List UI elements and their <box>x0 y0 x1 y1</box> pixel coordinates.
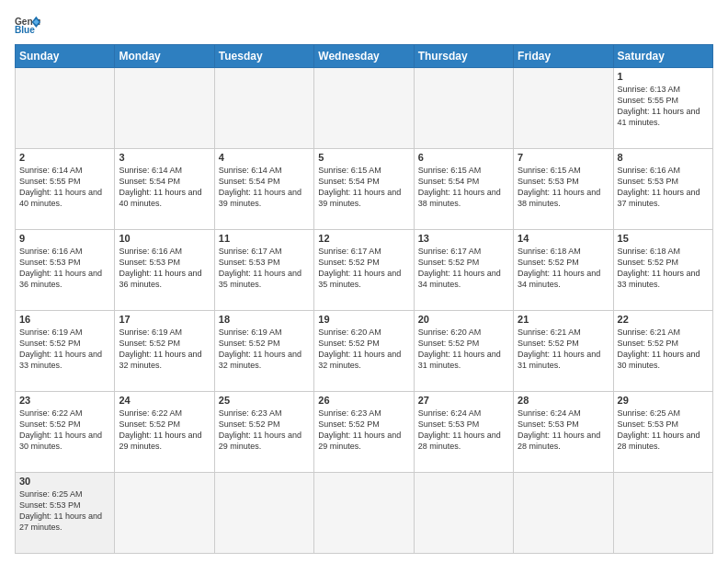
day-number: 27 <box>418 395 509 406</box>
calendar-cell: 27Sunrise: 6:24 AM Sunset: 5:53 PM Dayli… <box>414 392 513 473</box>
header: General Blue <box>15 15 713 35</box>
day-number: 14 <box>518 233 609 244</box>
day-number: 24 <box>119 395 210 406</box>
day-number: 4 <box>219 152 310 163</box>
weekday-header-tuesday: Tuesday <box>214 45 313 68</box>
day-info: Sunrise: 6:21 AM Sunset: 5:52 PM Dayligh… <box>518 327 609 372</box>
day-number: 17 <box>119 314 210 325</box>
day-number: 9 <box>19 233 110 244</box>
calendar-cell: 7Sunrise: 6:15 AM Sunset: 5:53 PM Daylig… <box>514 149 613 230</box>
weekday-header-thursday: Thursday <box>414 45 513 68</box>
calendar-cell: 30Sunrise: 6:25 AM Sunset: 5:53 PM Dayli… <box>16 473 115 554</box>
day-info: Sunrise: 6:13 AM Sunset: 5:55 PM Dayligh… <box>618 84 709 129</box>
day-number: 3 <box>119 152 210 163</box>
day-info: Sunrise: 6:17 AM Sunset: 5:52 PM Dayligh… <box>318 246 409 291</box>
calendar-cell: 5Sunrise: 6:15 AM Sunset: 5:54 PM Daylig… <box>314 149 414 230</box>
calendar-cell: 11Sunrise: 6:17 AM Sunset: 5:53 PM Dayli… <box>214 230 313 311</box>
day-info: Sunrise: 6:15 AM Sunset: 5:53 PM Dayligh… <box>518 165 609 210</box>
calendar-cell: 15Sunrise: 6:18 AM Sunset: 5:52 PM Dayli… <box>613 230 712 311</box>
calendar-cell: 12Sunrise: 6:17 AM Sunset: 5:52 PM Dayli… <box>314 230 414 311</box>
calendar-cell <box>514 68 613 149</box>
day-info: Sunrise: 6:20 AM Sunset: 5:52 PM Dayligh… <box>318 327 409 372</box>
calendar-cell: 20Sunrise: 6:20 AM Sunset: 5:52 PM Dayli… <box>414 311 513 392</box>
day-info: Sunrise: 6:15 AM Sunset: 5:54 PM Dayligh… <box>418 165 509 210</box>
day-info: Sunrise: 6:23 AM Sunset: 5:52 PM Dayligh… <box>318 408 409 453</box>
calendar-cell <box>314 473 414 554</box>
calendar-cell <box>414 68 513 149</box>
day-info: Sunrise: 6:16 AM Sunset: 5:53 PM Dayligh… <box>19 246 110 291</box>
calendar-cell: 4Sunrise: 6:14 AM Sunset: 5:54 PM Daylig… <box>214 149 313 230</box>
day-number: 26 <box>318 395 409 406</box>
day-info: Sunrise: 6:20 AM Sunset: 5:52 PM Dayligh… <box>418 327 509 372</box>
day-info: Sunrise: 6:24 AM Sunset: 5:53 PM Dayligh… <box>418 408 509 453</box>
day-number: 29 <box>618 395 709 406</box>
day-number: 21 <box>518 314 609 325</box>
calendar-cell: 28Sunrise: 6:24 AM Sunset: 5:53 PM Dayli… <box>514 392 613 473</box>
calendar-cell: 6Sunrise: 6:15 AM Sunset: 5:54 PM Daylig… <box>414 149 513 230</box>
calendar-cell: 9Sunrise: 6:16 AM Sunset: 5:53 PM Daylig… <box>16 230 115 311</box>
weekday-header-sunday: Sunday <box>16 45 115 68</box>
calendar-cell <box>115 68 214 149</box>
day-info: Sunrise: 6:23 AM Sunset: 5:52 PM Dayligh… <box>219 408 310 453</box>
day-info: Sunrise: 6:18 AM Sunset: 5:52 PM Dayligh… <box>518 246 609 291</box>
day-number: 28 <box>518 395 609 406</box>
calendar-cell: 16Sunrise: 6:19 AM Sunset: 5:52 PM Dayli… <box>16 311 115 392</box>
calendar-cell <box>314 68 414 149</box>
day-number: 25 <box>219 395 310 406</box>
page: General Blue SundayMondayTuesdayWednesda… <box>0 0 728 563</box>
calendar-cell: 19Sunrise: 6:20 AM Sunset: 5:52 PM Dayli… <box>314 311 414 392</box>
calendar-cell: 18Sunrise: 6:19 AM Sunset: 5:52 PM Dayli… <box>214 311 313 392</box>
calendar-cell <box>514 473 613 554</box>
day-number: 13 <box>418 233 509 244</box>
day-number: 18 <box>219 314 310 325</box>
day-info: Sunrise: 6:17 AM Sunset: 5:52 PM Dayligh… <box>418 246 509 291</box>
calendar-cell: 10Sunrise: 6:16 AM Sunset: 5:53 PM Dayli… <box>115 230 214 311</box>
weekday-header-monday: Monday <box>115 45 214 68</box>
calendar-table: SundayMondayTuesdayWednesdayThursdayFrid… <box>15 44 713 554</box>
calendar-cell: 22Sunrise: 6:21 AM Sunset: 5:52 PM Dayli… <box>613 311 712 392</box>
day-info: Sunrise: 6:25 AM Sunset: 5:53 PM Dayligh… <box>19 488 110 534</box>
calendar-cell: 24Sunrise: 6:22 AM Sunset: 5:52 PM Dayli… <box>115 392 214 473</box>
day-number: 16 <box>19 314 110 325</box>
day-info: Sunrise: 6:16 AM Sunset: 5:53 PM Dayligh… <box>618 165 709 210</box>
day-number: 30 <box>19 476 110 487</box>
calendar-cell: 13Sunrise: 6:17 AM Sunset: 5:52 PM Dayli… <box>414 230 513 311</box>
day-info: Sunrise: 6:14 AM Sunset: 5:55 PM Dayligh… <box>19 165 110 210</box>
day-number: 23 <box>19 395 110 406</box>
day-number: 19 <box>318 314 409 325</box>
calendar-cell: 17Sunrise: 6:19 AM Sunset: 5:52 PM Dayli… <box>115 311 214 392</box>
day-info: Sunrise: 6:18 AM Sunset: 5:52 PM Dayligh… <box>618 246 709 291</box>
day-number: 15 <box>618 233 709 244</box>
calendar-cell <box>214 68 313 149</box>
day-info: Sunrise: 6:14 AM Sunset: 5:54 PM Dayligh… <box>219 165 310 210</box>
calendar-cell <box>613 473 712 554</box>
day-number: 2 <box>19 152 110 163</box>
day-info: Sunrise: 6:19 AM Sunset: 5:52 PM Dayligh… <box>119 327 210 372</box>
svg-text:Blue: Blue <box>15 25 35 35</box>
calendar-cell: 25Sunrise: 6:23 AM Sunset: 5:52 PM Dayli… <box>214 392 313 473</box>
day-info: Sunrise: 6:21 AM Sunset: 5:52 PM Dayligh… <box>618 327 709 372</box>
calendar-cell: 14Sunrise: 6:18 AM Sunset: 5:52 PM Dayli… <box>514 230 613 311</box>
generalblue-logo-icon: General Blue <box>15 15 40 35</box>
day-info: Sunrise: 6:22 AM Sunset: 5:52 PM Dayligh… <box>19 408 110 453</box>
calendar-cell: 2Sunrise: 6:14 AM Sunset: 5:55 PM Daylig… <box>16 149 115 230</box>
day-number: 8 <box>618 152 709 163</box>
day-number: 6 <box>418 152 509 163</box>
day-number: 5 <box>318 152 409 163</box>
day-number: 7 <box>518 152 609 163</box>
calendar-cell <box>16 68 115 149</box>
day-number: 22 <box>618 314 709 325</box>
calendar-cell: 3Sunrise: 6:14 AM Sunset: 5:54 PM Daylig… <box>115 149 214 230</box>
calendar-cell: 21Sunrise: 6:21 AM Sunset: 5:52 PM Dayli… <box>514 311 613 392</box>
calendar-cell: 8Sunrise: 6:16 AM Sunset: 5:53 PM Daylig… <box>613 149 712 230</box>
calendar-cell: 23Sunrise: 6:22 AM Sunset: 5:52 PM Dayli… <box>16 392 115 473</box>
calendar-cell <box>214 473 313 554</box>
day-info: Sunrise: 6:17 AM Sunset: 5:53 PM Dayligh… <box>219 246 310 291</box>
calendar-cell: 1Sunrise: 6:13 AM Sunset: 5:55 PM Daylig… <box>613 68 712 149</box>
day-info: Sunrise: 6:16 AM Sunset: 5:53 PM Dayligh… <box>119 246 210 291</box>
weekday-header-wednesday: Wednesday <box>314 45 414 68</box>
day-number: 20 <box>418 314 509 325</box>
day-number: 12 <box>318 233 409 244</box>
day-info: Sunrise: 6:24 AM Sunset: 5:53 PM Dayligh… <box>518 408 609 453</box>
day-info: Sunrise: 6:19 AM Sunset: 5:52 PM Dayligh… <box>19 327 110 372</box>
